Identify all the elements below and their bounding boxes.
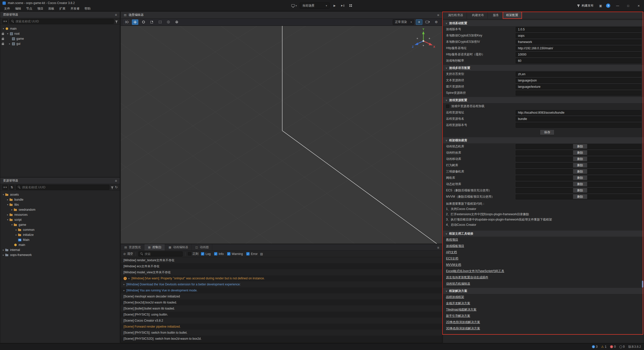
property-input[interactable]	[516, 116, 641, 121]
log-filter[interactable]: ✓ Log	[201, 252, 211, 256]
menu-item[interactable]: 编辑	[13, 6, 24, 11]
panel-menu-icon[interactable]	[115, 179, 117, 183]
delete-module-button[interactable]: 删除	[573, 156, 587, 161]
minimize-button[interactable]	[614, 3, 621, 9]
log-filter[interactable]: ✓ Info	[214, 252, 224, 256]
status-info-count[interactable]: 3	[592, 345, 598, 348]
expand-chevron[interactable]	[124, 283, 125, 286]
expand-chevron[interactable]	[2, 27, 5, 30]
doc-link[interactable]: MVVM文档	[446, 263, 461, 267]
delete-module-button[interactable]: 删除	[573, 144, 587, 149]
status-error-count[interactable]: 0	[610, 345, 616, 348]
delete-module-button[interactable]: 删除	[573, 169, 587, 174]
expand-chevron[interactable]	[6, 213, 9, 216]
menu-item[interactable]: 面板	[46, 6, 57, 11]
scene-viewport[interactable]: Y X Z	[121, 26, 442, 244]
console-tab[interactable]: 控制台	[144, 244, 165, 250]
section-resource-config[interactable]: 游戏资源配置	[443, 97, 644, 103]
asset-node[interactable]: script	[0, 217, 120, 222]
property-input[interactable]	[516, 27, 641, 32]
expand-chevron[interactable]	[8, 42, 11, 45]
status-warning-count[interactable]: 1	[601, 345, 606, 348]
property-input[interactable]	[516, 58, 641, 63]
scrollbar-thumb[interactable]	[642, 281, 643, 288]
pivot-toggle[interactable]	[165, 19, 172, 25]
section-language-config[interactable]: 游戏多语言配置	[443, 65, 644, 71]
doc-link[interactable]: API文档	[446, 250, 457, 254]
build-publish-button[interactable]: 构建发布	[575, 3, 595, 9]
asset-node[interactable]: initialize	[0, 232, 120, 237]
section-solutions[interactable]: 框架解决方案	[443, 288, 644, 294]
log-row[interactable]: [Scene] Forward render pipeline initiali…	[121, 324, 442, 330]
menu-item[interactable]: 项目	[35, 6, 46, 11]
lock-icon[interactable]	[2, 33, 4, 35]
asset-node[interactable]: assets	[0, 192, 120, 197]
inspector-tab[interactable]: 属性检查器	[443, 12, 467, 19]
menu-item[interactable]: 文件	[2, 6, 13, 11]
filter-icon[interactable]	[115, 21, 118, 22]
log-row[interactable]: [Scene] meshopt wasm decoder initialized	[121, 293, 442, 299]
menu-item[interactable]: 扩展	[57, 6, 68, 11]
log-row[interactable]: [Window] ecs文件夹不存在	[121, 263, 442, 269]
filter-checkbox[interactable]: ✓	[201, 252, 204, 255]
menu-item[interactable]: 节点	[24, 6, 35, 11]
sort-assets-button[interactable]: ⇅	[9, 185, 14, 190]
delete-module-button[interactable]: 删除	[573, 182, 587, 187]
panel-menu-icon[interactable]	[437, 246, 439, 250]
solution-link[interactable]: 3D角色扮演游戏解决方案	[446, 326, 480, 331]
menu-item[interactable]: 开发者	[68, 6, 82, 11]
asset-node[interactable]: common	[0, 227, 120, 232]
remote-load-checkbox[interactable]	[446, 105, 449, 108]
expand-chevron[interactable]	[15, 229, 18, 231]
property-input[interactable]	[516, 91, 641, 96]
section-module-trim[interactable]: 框架模块裁剪	[443, 137, 644, 143]
property-input[interactable]	[516, 72, 641, 77]
section-doc-links[interactable]: 框架文档工具链接	[443, 231, 644, 237]
rotate-tool[interactable]	[140, 19, 147, 25]
doc-link[interactable]: Excel格式转Json文件与TypeScript代码工具	[446, 269, 504, 273]
filter-checkbox[interactable]: ✓	[227, 252, 230, 255]
section-basic-config[interactable]: 游戏基础配置	[443, 20, 644, 26]
hierarchy-node[interactable]: gui	[0, 41, 120, 46]
menu-item[interactable]: 帮助	[82, 6, 93, 11]
asset-node[interactable]: internal	[0, 247, 120, 252]
hierarchy-node[interactable]: game	[0, 36, 120, 41]
log-row[interactable]: [Window] render_texture文件夹不存在	[121, 257, 442, 263]
hierarchy-node[interactable]: root	[0, 31, 120, 36]
export-log-icon[interactable]	[260, 252, 263, 256]
asset-node[interactable]: oops-framework	[0, 252, 120, 257]
console-search-input[interactable]	[145, 252, 181, 256]
log-row[interactable]: [Window] model_view文件夹不存在	[121, 269, 442, 275]
layout-button[interactable]	[348, 3, 354, 9]
clear-console-button[interactable]: 清空	[123, 252, 133, 256]
asset-node[interactable]: libs	[0, 202, 120, 207]
log-filter[interactable]: ✓ Error	[246, 252, 258, 256]
inspector-tab[interactable]: 框架配置	[503, 12, 522, 19]
log-row[interactable]: [Window] Download the Vue Devtools exten…	[121, 281, 442, 287]
delete-module-button[interactable]: 删除	[573, 175, 587, 180]
inspector-tab[interactable]: 服务	[488, 12, 503, 19]
solution-link[interactable]: Tiledmap地图解决方案	[446, 308, 476, 312]
panel-menu-icon[interactable]	[115, 13, 117, 17]
lock-icon[interactable]	[2, 38, 4, 40]
solution-link[interactable]: 战棋游戏框架	[446, 295, 464, 299]
view-settings-button[interactable]	[433, 19, 439, 25]
view-gizmo[interactable]: Y X Z	[411, 28, 436, 53]
expand-chevron[interactable]	[2, 254, 5, 256]
log-row[interactable]: [Window] You are running Vue in developm…	[121, 287, 442, 293]
doc-link[interactable]: 动画状态机编辑器	[446, 282, 470, 286]
console-tab[interactable]: 动画编辑器	[165, 244, 192, 250]
delete-module-button[interactable]: 删除	[573, 194, 587, 199]
create-asset-button[interactable]: +	[2, 185, 8, 190]
regex-checkbox[interactable]	[188, 252, 191, 255]
maximize-button[interactable]	[625, 3, 631, 9]
expand-chevron[interactable]	[6, 203, 9, 206]
doc-link[interactable]: ECS文档	[446, 256, 458, 261]
hierarchy-search[interactable]	[9, 19, 114, 24]
expand-chevron[interactable]	[15, 234, 18, 236]
expand-chevron[interactable]	[10, 208, 14, 211]
asset-node[interactable]: bundle	[0, 197, 120, 202]
expand-chevron[interactable]	[10, 224, 14, 226]
save-button[interactable]: 保存	[540, 129, 554, 135]
log-row[interactable]: [Scene] [box2d]:box2d wasm lib loaded.	[121, 299, 442, 305]
